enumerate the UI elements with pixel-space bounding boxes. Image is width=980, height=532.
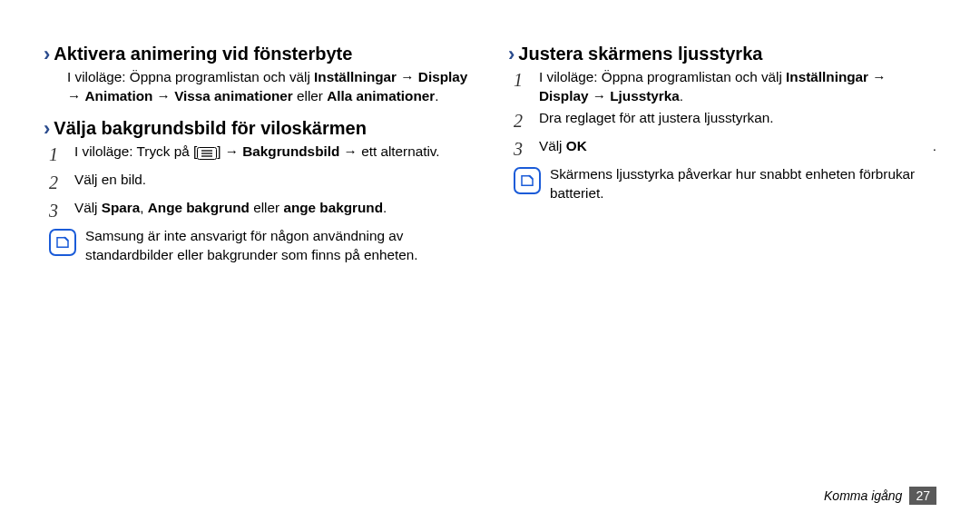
right-column: › Justera skärmens ljusstyrka 1 I vilolä… [508, 44, 936, 278]
footer-label: Komma igång [824, 488, 902, 503]
bold: Animation [85, 88, 153, 103]
step-2: 2 Välj en bild. [44, 171, 472, 195]
text: eller [293, 88, 327, 103]
step-text: Dra reglaget för att justera ljusstyrkan… [539, 109, 936, 133]
note-text: Samsung är inte ansvarigt för någon anvä… [85, 227, 472, 264]
bold: Display [539, 88, 588, 103]
text: → [397, 69, 418, 84]
text: . [435, 88, 438, 103]
section-heading: › Välja bakgrundsbild för viloskärmen [44, 118, 472, 139]
step-number: 2 [514, 109, 530, 133]
bold: Vissa animationer [174, 88, 293, 103]
bold: OK [566, 138, 587, 153]
step-text: Välj Spara, Ange bakgrund eller ange bak… [74, 199, 472, 223]
bold: Inställningar [314, 69, 397, 84]
step-number: 3 [49, 199, 65, 223]
section-heading: › Aktivera animering vid fönsterbyte [44, 44, 472, 64]
section-body: I viloläge: Öppna programlistan och välj… [44, 68, 472, 105]
step-text: I viloläge: Öppna programlistan och välj… [539, 68, 936, 105]
section-animation: › Aktivera animering vid fönsterbyte I v… [44, 44, 472, 105]
text: → [67, 88, 85, 103]
note-block: Samsung är inte ansvarigt för någon anvä… [44, 227, 472, 264]
left-column: › Aktivera animering vid fönsterbyte I v… [44, 44, 472, 278]
note-block: Skärmens ljusstyrka påverkar hur snabbt … [508, 165, 936, 202]
text: I viloläge: Tryck på [ [74, 143, 197, 159]
section-title: Välja bakgrundsbild för viloskärmen [54, 118, 367, 139]
manual-page: › Aktivera animering vid fönsterbyte I v… [0, 0, 980, 532]
bold: Inställningar [786, 69, 868, 84]
step-text: Välj en bild. [74, 171, 472, 195]
section-wallpaper: › Välja bakgrundsbild för viloskärmen 1 … [44, 118, 472, 264]
page-footer: Komma igång 27 [824, 487, 936, 505]
step-number: 3 [514, 137, 530, 162]
text: . [383, 200, 387, 215]
text: → [152, 88, 174, 103]
chevron-icon: › [44, 44, 50, 64]
text: . [933, 137, 936, 162]
bold: Ange bakgrund [148, 200, 250, 215]
bold: Ljusstyrka [610, 88, 680, 103]
note-text: Skärmens ljusstyrka påverkar hur snabbt … [550, 165, 936, 202]
text: eller [250, 200, 283, 215]
step-number: 1 [514, 68, 530, 105]
text: ett alternativ. [361, 143, 439, 159]
text: → [339, 143, 361, 159]
text: I viloläge: Öppna programlistan och välj [539, 69, 786, 84]
footer-page-number: 27 [909, 487, 936, 505]
text: → [588, 88, 610, 103]
text: Välj [74, 200, 102, 215]
chevron-icon: › [44, 119, 50, 139]
columns: › Aktivera animering vid fönsterbyte I v… [44, 44, 936, 278]
step-2: 2 Dra reglaget för att justera ljusstyrk… [508, 109, 936, 133]
text: , [140, 200, 148, 215]
note-icon [514, 167, 541, 194]
step-text: Välj OK [539, 137, 924, 162]
section-title: Justera skärmens ljusstyrka [518, 44, 762, 64]
text: ] → [217, 143, 242, 159]
section-brightness: › Justera skärmens ljusstyrka 1 I vilolä… [508, 44, 936, 203]
text: I viloläge: Öppna programlistan och välj [67, 69, 314, 84]
step-text: I viloläge: Tryck på [] → Bakgrundsbild … [74, 143, 472, 167]
section-title: Aktivera animering vid fönsterbyte [54, 44, 352, 64]
chevron-icon: › [508, 44, 514, 64]
section-heading: › Justera skärmens ljusstyrka [508, 44, 936, 64]
text: . [680, 88, 683, 103]
step-number: 2 [49, 171, 65, 195]
note-icon [49, 229, 76, 256]
text: → [868, 69, 887, 84]
bold: Display [418, 69, 467, 84]
step-1: 1 I viloläge: Öppna programlistan och vä… [508, 68, 936, 105]
bold: Bakgrundsbild [242, 143, 339, 159]
step-number: 1 [49, 143, 65, 167]
text: Välj [539, 138, 566, 153]
bold: Alla animationer [327, 88, 435, 103]
step-3: 3 Välj Spara, Ange bakgrund eller ange b… [44, 199, 472, 223]
menu-key-icon [197, 143, 217, 163]
step-3: 3 Välj OK. [508, 137, 936, 162]
bold: ange bakgrund [283, 200, 383, 215]
step-1: 1 I viloläge: Tryck på [] → Bakgrundsbil… [44, 143, 472, 167]
bold: Spara [102, 200, 141, 215]
